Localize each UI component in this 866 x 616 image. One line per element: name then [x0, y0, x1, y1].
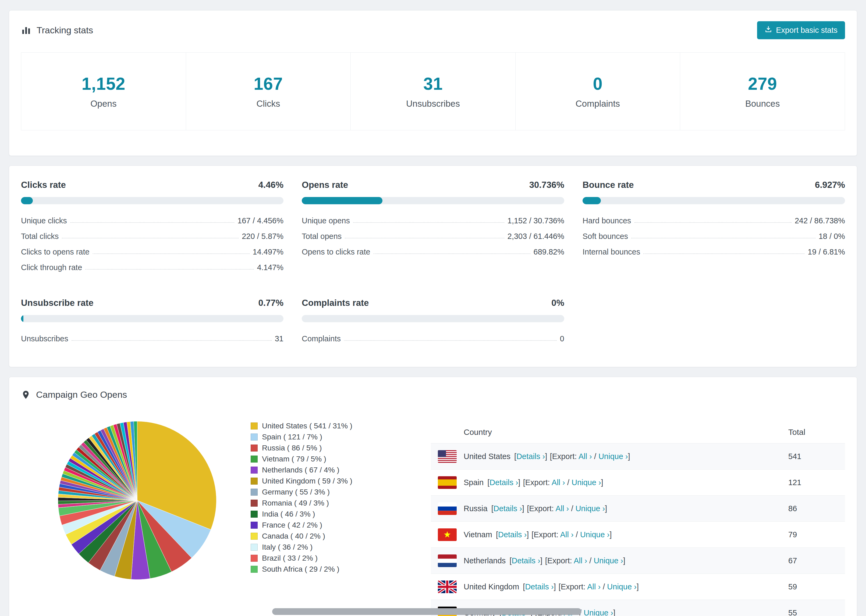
- details-link[interactable]: Details ›: [493, 504, 522, 513]
- export-all-link[interactable]: All ›: [556, 504, 569, 513]
- export-basic-stats-button[interactable]: Export basic stats: [757, 21, 845, 39]
- rate-row-label: Clicks to opens rate: [21, 248, 90, 256]
- stat-value: 1,152: [82, 74, 125, 94]
- rate-row-label: Click through rate: [21, 263, 82, 272]
- legend-item[interactable]: Romania ( 49 / 3% ): [251, 498, 390, 509]
- country-flag: [438, 502, 457, 515]
- export-unique-link[interactable]: Unique ›: [594, 556, 623, 565]
- rate-row: Opens to clicks rate 689.82%: [302, 241, 564, 256]
- table-row: United States [Details ›][Export: All › …: [431, 443, 845, 470]
- rate-rows: Unique opens 1,152 / 30.736% Total opens…: [302, 210, 564, 256]
- horizontal-scrollbar[interactable]: [272, 608, 581, 615]
- legend-label: France ( 42 / 2% ): [262, 521, 322, 530]
- stat-box: 31 Unsubscribes: [350, 53, 515, 130]
- legend-swatch: [251, 467, 258, 473]
- rate-title: Opens rate: [302, 180, 348, 190]
- legend-item[interactable]: Vietnam ( 79 / 5% ): [251, 453, 390, 464]
- country-cell: United States [Details ›][Export: All › …: [438, 450, 788, 463]
- country-links: [Details ›][Export: All › / Unique ›]: [523, 582, 639, 591]
- stat-label: Clicks: [256, 99, 280, 109]
- stat-value: 0: [593, 74, 603, 94]
- legend-item[interactable]: Netherlands ( 67 / 4% ): [251, 464, 390, 475]
- rate-title: Complaints rate: [302, 298, 369, 308]
- rate-block: Bounce rate 6.927% Hard bounces 242 / 86…: [583, 180, 845, 272]
- rate-row: Total clicks 220 / 5.87%: [21, 225, 283, 241]
- export-all-link[interactable]: All ›: [587, 582, 601, 591]
- rate-row: Unique opens 1,152 / 30.736%: [302, 210, 564, 225]
- rate-progress-bar: [21, 197, 283, 204]
- rate-value: 0%: [551, 298, 564, 308]
- rate-block: Complaints rate 0% Complaints 0: [302, 298, 564, 343]
- export-unique-link[interactable]: Unique ›: [607, 582, 636, 591]
- legend-swatch: [251, 423, 258, 429]
- details-link[interactable]: Details ›: [498, 530, 527, 539]
- dotted-leader: [631, 238, 815, 238]
- legend-item[interactable]: Italy ( 36 / 2% ): [251, 542, 390, 553]
- rate-row: Hard bounces 242 / 86.738%: [583, 210, 845, 225]
- legend-item[interactable]: Germany ( 55 / 3% ): [251, 486, 390, 498]
- rate-row-value: 18 / 0%: [819, 232, 845, 241]
- details-link[interactable]: Details ›: [525, 582, 553, 591]
- table-row: United Kingdom [Details ›][Export: All ›…: [431, 574, 845, 600]
- export-unique-link[interactable]: Unique ›: [598, 452, 628, 460]
- legend-label: Italy ( 36 / 2% ): [262, 543, 313, 552]
- details-link[interactable]: Details ›: [490, 478, 518, 487]
- legend-item[interactable]: Brazil ( 33 / 2% ): [251, 553, 390, 564]
- table-row: Netherlands [Details ›][Export: All › / …: [431, 548, 845, 574]
- legend-item[interactable]: Russia ( 86 / 5% ): [251, 442, 390, 453]
- details-link[interactable]: Details ›: [516, 452, 545, 460]
- country-total: 541: [788, 452, 838, 461]
- rate-row: Soft bounces 18 / 0%: [583, 225, 845, 241]
- export-all-link[interactable]: All ›: [560, 530, 574, 539]
- rate-progress-bar: [302, 197, 564, 204]
- details-link[interactable]: Details ›: [512, 556, 540, 565]
- country-total: 55: [788, 608, 838, 616]
- legend-swatch: [251, 566, 258, 573]
- rate-rows: Complaints 0: [302, 328, 564, 343]
- legend-swatch: [251, 434, 258, 440]
- rate-title: Unsubscribe rate: [21, 298, 94, 308]
- export-unique-link[interactable]: Unique ›: [584, 608, 613, 616]
- legend-item[interactable]: Canada ( 40 / 2% ): [251, 531, 390, 542]
- legend-swatch: [251, 522, 258, 529]
- rate-row-value: 4.147%: [257, 263, 283, 272]
- legend-item[interactable]: South Africa ( 29 / 2% ): [251, 564, 390, 575]
- geo-table-header: Country Total: [431, 421, 845, 443]
- legend-label: Netherlands ( 67 / 4% ): [262, 466, 339, 475]
- stat-box: 1,152 Opens: [21, 53, 186, 130]
- legend-item[interactable]: United States ( 541 / 31% ): [251, 420, 390, 431]
- dotted-leader: [353, 222, 504, 223]
- export-unique-link[interactable]: Unique ›: [572, 478, 601, 487]
- legend-item[interactable]: France ( 42 / 2% ): [251, 520, 390, 531]
- geo-table-body: United States [Details ›][Export: All › …: [431, 443, 845, 616]
- page: Tracking stats Export basic stats 1,152 …: [0, 10, 866, 616]
- rate-row-value: 19 / 6.81%: [808, 248, 845, 256]
- geo-pie-chart[interactable]: [54, 417, 220, 584]
- country-total: 79: [788, 530, 838, 539]
- rate-row: Click through rate 4.147%: [21, 256, 283, 272]
- export-unique-link[interactable]: Unique ›: [580, 530, 610, 539]
- export-all-link[interactable]: All ›: [574, 556, 587, 565]
- rate-progress-fill: [21, 197, 33, 204]
- tracking-stats-header: Tracking stats Export basic stats: [21, 22, 845, 38]
- rate-rows: Unique clicks 167 / 4.456% Total clicks …: [21, 210, 283, 272]
- bar-chart-icon: [21, 25, 31, 35]
- country-name: Spain: [464, 478, 483, 487]
- legend-item[interactable]: United Kingdom ( 59 / 3% ): [251, 475, 390, 486]
- export-all-link[interactable]: All ›: [578, 452, 592, 460]
- legend-swatch: [251, 478, 258, 485]
- rate-head: Unsubscribe rate 0.77%: [21, 298, 283, 308]
- legend-item[interactable]: Spain ( 121 / 7% ): [251, 431, 390, 442]
- legend-item[interactable]: India ( 46 / 3% ): [251, 509, 390, 520]
- rate-value: 4.46%: [258, 180, 283, 190]
- rate-row-label: Total opens: [302, 232, 342, 241]
- tracking-stats-card: Tracking stats Export basic stats 1,152 …: [9, 10, 857, 156]
- export-button-label: Export basic stats: [776, 26, 838, 35]
- rate-progress-fill: [302, 197, 383, 204]
- rate-row-label: Unique clicks: [21, 216, 67, 225]
- export-unique-link[interactable]: Unique ›: [576, 504, 605, 513]
- legend-label: Brazil ( 33 / 2% ): [262, 554, 318, 563]
- tracking-stats-title-text: Tracking stats: [36, 25, 93, 36]
- rate-row: Total opens 2,303 / 61.446%: [302, 225, 564, 241]
- export-all-link[interactable]: All ›: [552, 478, 565, 487]
